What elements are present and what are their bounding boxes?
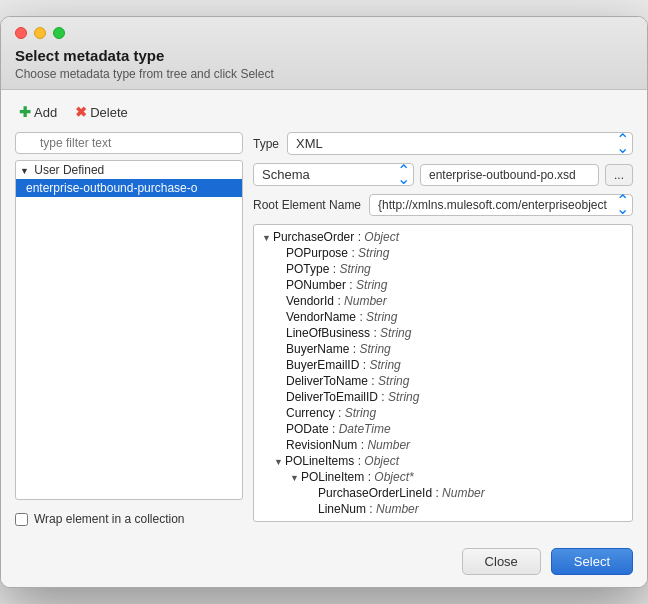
- xml-key: POLineItem: [301, 470, 364, 484]
- xml-tree-item[interactable]: RevisionNum : Number: [254, 437, 632, 453]
- xml-tree-item[interactable]: Currency : String: [254, 405, 632, 421]
- close-window-btn[interactable]: [15, 27, 27, 39]
- xml-key: DeliverToName: [286, 374, 368, 388]
- dialog-body: ✚ Add ✖ Delete 🔍 ▼ User Defined: [1, 90, 647, 538]
- xml-type: String: [380, 326, 411, 340]
- xml-type: String: [356, 278, 387, 292]
- delete-icon: ✖: [75, 104, 87, 120]
- browse-button[interactable]: ...: [605, 164, 633, 186]
- xml-type: Object: [364, 454, 399, 468]
- xml-key: POPurpose: [286, 246, 348, 260]
- xml-sep: :: [329, 422, 339, 436]
- xml-key: PurchaseOrderLineId: [318, 486, 432, 500]
- wrap-collection-row: Wrap element in a collection: [15, 512, 243, 526]
- schema-select[interactable]: Schema Inline: [253, 163, 414, 186]
- wrap-collection-label: Wrap element in a collection: [34, 512, 185, 526]
- xml-key: VendorId: [286, 294, 334, 308]
- xml-type: String: [366, 310, 397, 324]
- xml-type: String: [358, 246, 389, 260]
- xml-sep: :: [366, 502, 376, 516]
- dialog-title: Select metadata type: [15, 47, 633, 64]
- tree-item-user-defined[interactable]: ▼ User Defined: [16, 161, 242, 179]
- footer: Close Select: [1, 538, 647, 587]
- xml-type: DateTime: [339, 422, 391, 436]
- xml-tree-item[interactable]: PONumber : String: [254, 277, 632, 293]
- minimize-window-btn[interactable]: [34, 27, 46, 39]
- tree-item-enterprise[interactable]: enterprise-outbound-purchase-o: [16, 179, 242, 197]
- type-label: Type: [253, 137, 279, 151]
- xml-sep: :: [349, 342, 359, 356]
- dialog: Select metadata type Choose metadata typ…: [0, 16, 648, 588]
- type-select-wrap: XML JSON CSV ⌃⌄: [287, 132, 633, 155]
- xml-key: LineNum: [318, 502, 366, 516]
- xml-tree-item[interactable]: LineNum : Number: [254, 501, 632, 517]
- xml-sep: :: [432, 486, 442, 500]
- tree-panel[interactable]: ▼ User Defined enterprise-outbound-purch…: [15, 160, 243, 500]
- add-button[interactable]: ✚ Add: [15, 102, 61, 122]
- tree-triangle-icon: ▼: [20, 166, 29, 176]
- xml-tree-item[interactable]: ▼POLineItem : Object*: [254, 469, 632, 485]
- main-area: 🔍 ▼ User Defined enterprise-outbound-pur…: [15, 132, 633, 526]
- xml-tree-item[interactable]: BuyerName : String: [254, 341, 632, 357]
- xml-sep: :: [354, 230, 364, 244]
- xml-key: Currency: [286, 406, 335, 420]
- xml-key: DeliverToEmailID: [286, 390, 378, 404]
- close-button[interactable]: Close: [462, 548, 541, 575]
- right-panel: Type XML JSON CSV ⌃⌄ Schema: [253, 132, 633, 526]
- xml-sep: :: [370, 326, 380, 340]
- xml-tree-item[interactable]: DeliverToEmailID : String: [254, 389, 632, 405]
- xml-sep: :: [348, 246, 358, 260]
- root-select-wrap: {http://xmlns.mulesoft.com/enterpriseobj…: [369, 194, 633, 216]
- xml-key: BuyerEmailID: [286, 358, 359, 372]
- xml-triangle-icon: ▼: [262, 233, 271, 243]
- xml-key: VendorName: [286, 310, 356, 324]
- wrap-collection-checkbox[interactable]: [15, 513, 28, 526]
- type-row: Type XML JSON CSV ⌃⌄: [253, 132, 633, 155]
- delete-button[interactable]: ✖ Delete: [71, 102, 132, 122]
- filter-input[interactable]: [15, 132, 243, 154]
- xml-sep: :: [378, 390, 388, 404]
- xml-type: String: [378, 374, 409, 388]
- type-select[interactable]: XML JSON CSV: [287, 132, 633, 155]
- xml-tree-item[interactable]: PurchaseOrderLineId : Number: [254, 485, 632, 501]
- xml-type: Number: [442, 486, 485, 500]
- xml-key: POLineItems: [285, 454, 354, 468]
- delete-label: Delete: [90, 105, 128, 120]
- filter-wrap: 🔍: [15, 132, 243, 154]
- xml-tree-item[interactable]: PODate : DateTime: [254, 421, 632, 437]
- schema-input[interactable]: [420, 164, 599, 186]
- xml-tree-item[interactable]: VendorName : String: [254, 309, 632, 325]
- xml-sep: :: [359, 358, 369, 372]
- titlebar: Select metadata type Choose metadata typ…: [1, 17, 647, 90]
- root-element-select[interactable]: {http://xmlns.mulesoft.com/enterpriseobj…: [369, 194, 633, 216]
- xml-sep: :: [368, 374, 378, 388]
- select-button[interactable]: Select: [551, 548, 633, 575]
- xml-tree-item[interactable]: DeliverToName : String: [254, 373, 632, 389]
- xml-tree-item[interactable]: ▼PurchaseOrder : Object: [254, 229, 632, 245]
- xml-type: Number: [344, 294, 387, 308]
- xml-tree-item[interactable]: BuyerEmailID : String: [254, 357, 632, 373]
- xml-key: PODate: [286, 422, 329, 436]
- xml-tree-item[interactable]: ▼POLineItems : Object: [254, 453, 632, 469]
- xml-key: PONumber: [286, 278, 346, 292]
- xml-type: Number: [376, 502, 419, 516]
- xml-tree-item[interactable]: VendorId : Number: [254, 293, 632, 309]
- xml-tree-item[interactable]: POType : String: [254, 261, 632, 277]
- xml-key: LineOfBusiness: [286, 326, 370, 340]
- maximize-window-btn[interactable]: [53, 27, 65, 39]
- xml-sep: :: [364, 470, 374, 484]
- xml-type: String: [339, 262, 370, 276]
- xml-tree-panel[interactable]: ▼PurchaseOrder : ObjectPOPurpose : Strin…: [253, 224, 633, 522]
- schema-select-wrap: Schema Inline ⌃⌄: [253, 163, 414, 186]
- xml-sep: :: [329, 262, 339, 276]
- xml-triangle-icon: ▼: [274, 457, 283, 467]
- xml-key: RevisionNum: [286, 438, 357, 452]
- xml-tree-item[interactable]: LineOfBusiness : String: [254, 325, 632, 341]
- toolbar: ✚ Add ✖ Delete: [15, 102, 633, 122]
- xml-sep: :: [335, 406, 345, 420]
- xml-sep: :: [334, 294, 344, 308]
- xml-key: PurchaseOrder: [273, 230, 354, 244]
- xml-tree-item[interactable]: POPurpose : String: [254, 245, 632, 261]
- root-element-label: Root Element Name: [253, 198, 361, 212]
- tree-parent-label: User Defined: [34, 163, 104, 177]
